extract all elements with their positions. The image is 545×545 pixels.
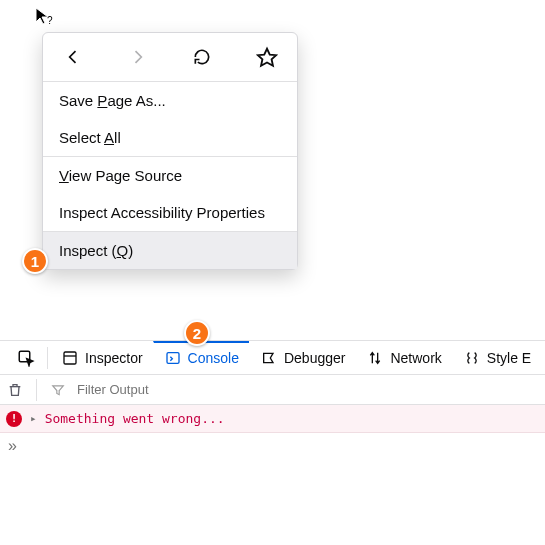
devtools-panel: Inspector Console Debugger Network Style… (0, 340, 545, 459)
tab-debugger[interactable]: Debugger (249, 341, 356, 374)
menu-text: ) (128, 242, 133, 259)
tab-network[interactable]: Network (355, 341, 451, 374)
menu-text: ll (114, 129, 121, 146)
error-icon: ! (6, 411, 22, 427)
menu-text: Select (59, 129, 104, 146)
tab-label: Debugger (284, 350, 346, 366)
element-picker-icon (17, 349, 35, 367)
tab-label: Console (188, 350, 239, 366)
filter-output-input[interactable] (77, 382, 539, 397)
menu-text: Inspect ( (59, 242, 117, 259)
prompt-chevron-icon: » (8, 437, 17, 454)
context-menu-nav-row (43, 39, 297, 81)
toolbar-divider (47, 347, 48, 369)
svg-rect-5 (167, 353, 179, 364)
menu-item-inspect-accessibility[interactable]: Inspect Accessibility Properties (43, 194, 297, 231)
svg-text:?: ? (47, 15, 53, 26)
annotation-badge-2: 2 (184, 320, 210, 346)
reload-icon[interactable] (188, 43, 216, 71)
svg-rect-3 (64, 352, 76, 364)
svg-marker-1 (258, 49, 276, 66)
menu-item-view-page-source[interactable]: View Page Source (43, 157, 297, 194)
menu-text: age As... (107, 92, 165, 109)
back-icon[interactable] (59, 43, 87, 71)
tab-label: Inspector (85, 350, 143, 366)
network-icon (366, 349, 384, 367)
trash-icon[interactable] (6, 381, 24, 399)
console-filter-row (0, 375, 545, 405)
star-icon[interactable] (253, 43, 281, 71)
element-picker-button[interactable] (6, 341, 45, 374)
menu-item-save-page-as[interactable]: Save Page As... (43, 82, 297, 119)
console-icon (164, 349, 182, 367)
tab-style-editor[interactable]: Style E (452, 341, 541, 374)
menu-text-underline: A (104, 129, 114, 146)
forward-icon (124, 43, 152, 71)
menu-text-underline: V (59, 167, 69, 184)
toolbar-divider (36, 379, 37, 401)
cursor-pointer-help-icon: ? (34, 6, 52, 24)
menu-text: iew Page Source (69, 167, 182, 184)
style-editor-icon (463, 349, 481, 367)
menu-text: Save (59, 92, 97, 109)
console-error-row[interactable]: ! ▸ Something went wrong... (0, 405, 545, 433)
menu-item-select-all[interactable]: Select All (43, 119, 297, 156)
tab-label: Network (390, 350, 441, 366)
menu-item-inspect[interactable]: Inspect (Q) (43, 232, 297, 269)
expand-caret-icon[interactable]: ▸ (30, 412, 37, 425)
menu-text-underline: Q (117, 242, 129, 259)
tab-inspector[interactable]: Inspector (50, 341, 153, 374)
tab-label: Style E (487, 350, 531, 366)
console-prompt[interactable]: » (0, 433, 545, 459)
menu-text: Inspect Accessibility Properties (59, 204, 265, 221)
debugger-icon (260, 349, 278, 367)
annotation-badge-1: 1 (22, 248, 48, 274)
menu-text-underline: P (97, 92, 107, 109)
funnel-icon (49, 381, 67, 399)
context-menu: Save Page As... Select All View Page Sou… (42, 32, 298, 270)
console-error-message: Something went wrong... (45, 411, 225, 426)
inspector-icon (61, 349, 79, 367)
devtools-toolbar: Inspector Console Debugger Network Style… (0, 341, 545, 375)
